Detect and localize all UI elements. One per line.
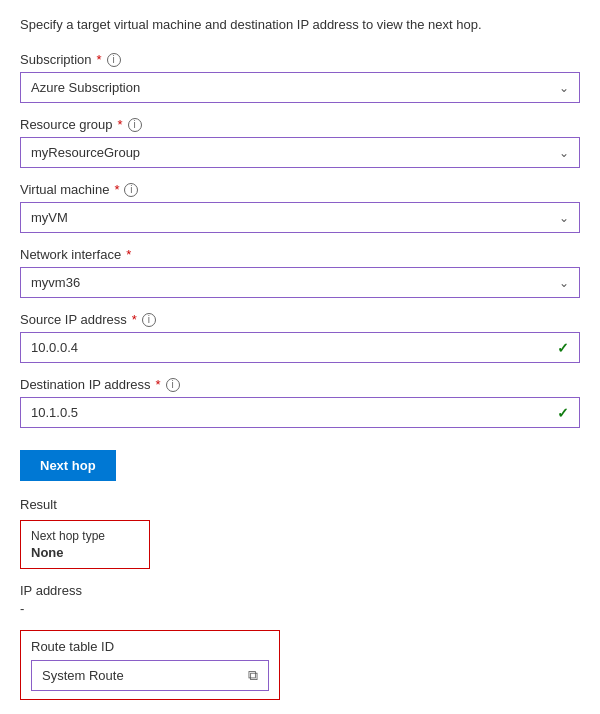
- destination-ip-check-icon: ✓: [557, 405, 569, 421]
- network-interface-required: *: [126, 247, 131, 262]
- description: Specify a target virtual machine and des…: [20, 16, 580, 34]
- subscription-select[interactable]: Azure Subscription: [21, 73, 579, 102]
- resource-group-select[interactable]: myResourceGroup: [21, 138, 579, 167]
- route-table-label: Route table ID: [31, 639, 269, 654]
- subscription-label-text: Subscription: [20, 52, 92, 67]
- network-interface-label: Network interface *: [20, 247, 580, 262]
- source-ip-info-icon[interactable]: i: [142, 313, 156, 327]
- source-ip-label: Source IP address * i: [20, 312, 580, 327]
- virtual-machine-select[interactable]: myVM: [21, 203, 579, 232]
- virtual-machine-select-wrapper: myVM ⌄: [20, 202, 580, 233]
- source-ip-check-icon: ✓: [557, 340, 569, 356]
- network-interface-select[interactable]: myvm36: [21, 268, 579, 297]
- next-hop-type-label: Next hop type: [31, 529, 139, 543]
- resource-group-select-wrapper: myResourceGroup ⌄: [20, 137, 580, 168]
- source-ip-required: *: [132, 312, 137, 327]
- route-table-inner: System Route ⧉: [31, 660, 269, 691]
- subscription-group: Subscription * i Azure Subscription ⌄: [20, 52, 580, 103]
- ip-address-section: IP address -: [20, 583, 580, 616]
- copy-icon[interactable]: ⧉: [248, 667, 258, 684]
- virtual-machine-group: Virtual machine * i myVM ⌄: [20, 182, 580, 233]
- result-section: Result Next hop type None IP address - R…: [20, 497, 580, 700]
- resource-group-label-text: Resource group: [20, 117, 113, 132]
- subscription-required: *: [97, 52, 102, 67]
- source-ip-input-wrapper: ✓: [20, 332, 580, 363]
- source-ip-input[interactable]: [21, 333, 579, 362]
- next-hop-type-value: None: [31, 545, 139, 560]
- subscription-info-icon[interactable]: i: [107, 53, 121, 67]
- virtual-machine-required: *: [114, 182, 119, 197]
- source-ip-label-text: Source IP address: [20, 312, 127, 327]
- resource-group-label: Resource group * i: [20, 117, 580, 132]
- network-interface-label-text: Network interface: [20, 247, 121, 262]
- next-hop-button[interactable]: Next hop: [20, 450, 116, 481]
- route-table-box: Route table ID System Route ⧉: [20, 630, 280, 700]
- subscription-label: Subscription * i: [20, 52, 580, 67]
- resource-group-group: Resource group * i myResourceGroup ⌄: [20, 117, 580, 168]
- network-interface-select-wrapper: myvm36 ⌄: [20, 267, 580, 298]
- resource-group-info-icon[interactable]: i: [128, 118, 142, 132]
- ip-address-value: -: [20, 601, 580, 616]
- destination-ip-input[interactable]: [21, 398, 579, 427]
- destination-ip-input-wrapper: ✓: [20, 397, 580, 428]
- subscription-select-wrapper: Azure Subscription ⌄: [20, 72, 580, 103]
- network-interface-group: Network interface * myvm36 ⌄: [20, 247, 580, 298]
- next-hop-type-box: Next hop type None: [20, 520, 150, 569]
- virtual-machine-label-text: Virtual machine: [20, 182, 109, 197]
- source-ip-group: Source IP address * i ✓: [20, 312, 580, 363]
- route-table-value: System Route: [42, 668, 240, 683]
- destination-ip-required: *: [156, 377, 161, 392]
- ip-address-label: IP address: [20, 583, 580, 598]
- destination-ip-label: Destination IP address * i: [20, 377, 580, 392]
- resource-group-required: *: [118, 117, 123, 132]
- destination-ip-info-icon[interactable]: i: [166, 378, 180, 392]
- result-section-label: Result: [20, 497, 580, 512]
- destination-ip-label-text: Destination IP address: [20, 377, 151, 392]
- virtual-machine-info-icon[interactable]: i: [124, 183, 138, 197]
- destination-ip-group: Destination IP address * i ✓: [20, 377, 580, 428]
- virtual-machine-label: Virtual machine * i: [20, 182, 580, 197]
